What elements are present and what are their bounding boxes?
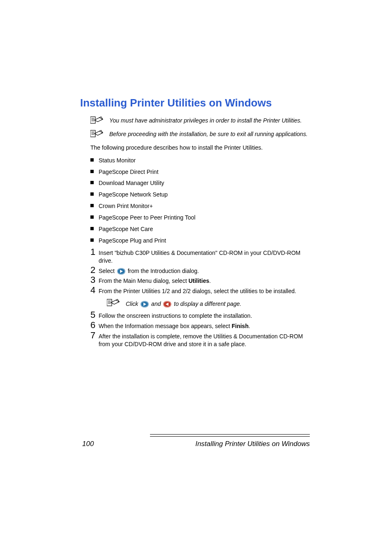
note-2: Before proceeding with the installation,… [90, 130, 310, 138]
step-text: Insert "bizhub C30P Utilities & Document… [99, 248, 310, 265]
step-5: 5 Follow the onscreen instructions to co… [90, 311, 310, 320]
note-part: and [150, 301, 162, 307]
step-text: Select from the Introduction dialog. [99, 266, 199, 275]
note-part: to display a different page. [172, 301, 241, 307]
page-heading: Installing Printer Utilities on Windows [80, 97, 310, 109]
list-item: PageScope Plug and Print [90, 237, 310, 245]
step-text: Follow the onscreen instructions to comp… [99, 311, 252, 320]
step-4: 4 From the Printer Utilities 1/2 and 2/2… [90, 287, 310, 295]
forward-icon [117, 267, 125, 275]
step-1: 1 Insert "bizhub C30P Utilities & Docume… [90, 248, 310, 265]
note-icon [107, 298, 121, 307]
utilities-list: Status Monitor PageScope Direct Print Do… [90, 157, 310, 245]
note-icon [90, 116, 104, 124]
footer-rule [150, 436, 310, 437]
step-number: 4 [90, 286, 99, 295]
list-item: Status Monitor [90, 157, 310, 164]
step-text-part: From the Main Menu dialog, select [99, 278, 189, 284]
step-text-part: Select [99, 268, 116, 274]
step-number: 6 [90, 321, 99, 330]
back-icon [163, 300, 171, 308]
step-7: 7 After the installation is complete, re… [90, 332, 310, 348]
footer-line: 100 Installing Printer Utilities on Wind… [82, 440, 310, 448]
step-3: 3 From the Main Menu dialog, select Util… [90, 276, 310, 285]
step-text: From the Printer Utilities 1/2 and 2/2 d… [99, 287, 296, 295]
step-number: 2 [90, 266, 99, 275]
note-1-text: You must have administrator privileges i… [109, 117, 302, 125]
step-number: 1 [90, 247, 99, 257]
step-text-part: from the Introduction dialog. [126, 268, 199, 274]
footer-rule [150, 434, 310, 435]
step-4-note: Click and to display a different page. [107, 299, 310, 308]
step-2: 2 Select from the Introduction dialog. [90, 266, 310, 275]
list-item: PageScope Peer to Peer Printing Tool [90, 214, 310, 222]
step-text-part: . [209, 278, 211, 284]
page-content: Installing Printer Utilities on Windows … [0, 0, 392, 348]
step-text-part: When the Information message box appears… [99, 323, 232, 329]
note-2-text: Before proceeding with the installation,… [109, 130, 308, 138]
step-text: When the Information message box appears… [99, 321, 250, 330]
step-number: 7 [90, 331, 99, 340]
list-item: PageScope Network Setup [90, 191, 310, 199]
step-text: From the Main Menu dialog, select Utilit… [99, 276, 211, 285]
note-icon [90, 130, 104, 138]
step-number: 5 [90, 310, 99, 319]
note-1: You must have administrator privileges i… [90, 117, 310, 125]
step-bold: Finish [232, 323, 249, 329]
forward-icon [141, 300, 149, 308]
step-6: 6 When the Information message box appea… [90, 321, 310, 330]
list-item: PageScope Net Care [90, 225, 310, 233]
list-item: PageScope Direct Print [90, 168, 310, 176]
step-text: After the installation is complete, remo… [99, 332, 310, 348]
description: The following procedure describes how to… [90, 144, 310, 152]
page-footer: 100 Installing Printer Utilities on Wind… [82, 434, 310, 448]
step-text-part: . [249, 323, 250, 329]
step-bold: Utilities [189, 278, 210, 284]
page-number: 100 [82, 440, 94, 448]
step-number: 3 [90, 275, 99, 284]
list-item: Download Manager Utility [90, 179, 310, 187]
footer-title: Installing Printer Utilities on Windows [195, 440, 310, 448]
note-part: Click [126, 301, 140, 307]
list-item: Crown Print Monitor+ [90, 202, 310, 210]
steps-list: 1 Insert "bizhub C30P Utilities & Docume… [90, 248, 310, 348]
step-4-note-text: Click and to display a different page. [126, 299, 241, 308]
